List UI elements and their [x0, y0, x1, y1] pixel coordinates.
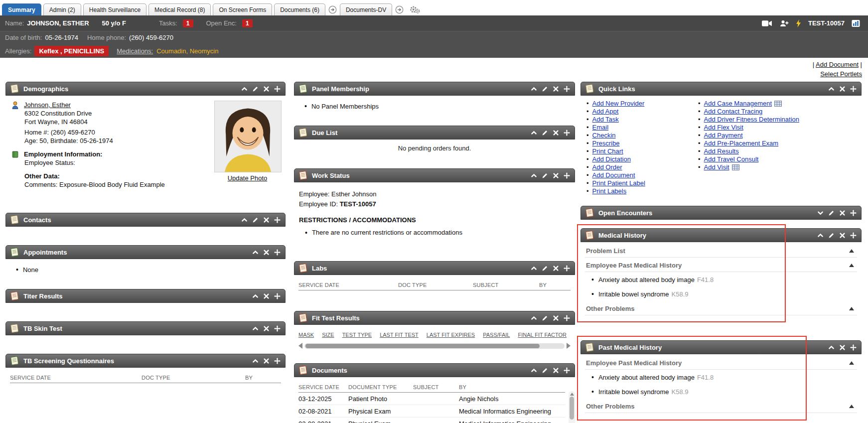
collapse-icon[interactable]: [531, 86, 537, 92]
col-final-fit-factor[interactable]: FINAL FIT FACTOR: [518, 332, 567, 338]
tab-admin[interactable]: Admin (2): [43, 3, 81, 15]
close-icon[interactable]: [553, 130, 559, 136]
add-document-link[interactable]: Add Document: [816, 61, 859, 68]
document-row[interactable]: 03-12-2025 Patient Photo Angie Nichols: [298, 393, 565, 405]
collapse-icon[interactable]: [252, 325, 259, 332]
edit-icon[interactable]: [542, 315, 548, 321]
collapse-icon[interactable]: [531, 367, 537, 374]
close-icon[interactable]: [263, 249, 270, 256]
col-mask[interactable]: MASK: [298, 332, 314, 338]
close-icon[interactable]: [553, 172, 559, 179]
scrollbar-thumb[interactable]: [305, 344, 540, 348]
collapse-triangle-icon[interactable]: [849, 405, 854, 408]
portlet-header[interactable]: Appointments: [5, 245, 286, 259]
quick-link[interactable]: Add Contact Tracing: [704, 108, 763, 116]
tasks-count-badge[interactable]: 1: [183, 19, 193, 27]
col-pass-fail[interactable]: PASS/FAIL: [483, 332, 510, 338]
horizontal-scrollbar[interactable]: [298, 343, 571, 349]
quick-link[interactable]: Add Results: [704, 147, 739, 155]
quick-link[interactable]: Add Appt: [592, 108, 619, 116]
quick-link[interactable]: Add Case Management: [704, 100, 772, 108]
portlet-header[interactable]: Work Status: [294, 168, 575, 182]
quick-link[interactable]: Print Patient Label: [592, 179, 645, 187]
close-icon[interactable]: [553, 315, 559, 321]
expand-icon[interactable]: [817, 210, 824, 216]
col-size[interactable]: SIZE: [322, 332, 334, 338]
tab-on-screen-forms[interactable]: On Screen Forms: [213, 3, 272, 15]
collapse-triangle-icon[interactable]: [849, 361, 854, 365]
collapse-icon[interactable]: [817, 232, 824, 239]
move-icon[interactable]: [274, 325, 281, 332]
quick-link[interactable]: Print Chart: [592, 147, 623, 155]
edit-icon[interactable]: [252, 86, 259, 92]
portlet-header[interactable]: Quick Links: [580, 82, 862, 96]
edit-icon[interactable]: [542, 265, 548, 272]
portlet-header[interactable]: Past Medical History: [580, 340, 862, 354]
update-photo-link[interactable]: Update Photo: [228, 174, 268, 182]
move-icon[interactable]: [850, 210, 857, 216]
quick-link[interactable]: Add Task: [592, 116, 619, 124]
open-enc-count-badge[interactable]: 1: [242, 19, 253, 27]
portlet-header[interactable]: Due List: [294, 126, 575, 140]
collapse-icon[interactable]: [531, 265, 537, 272]
move-icon[interactable]: [274, 293, 281, 299]
tab-documents-dv[interactable]: Documents-DV: [340, 3, 392, 15]
portlet-header[interactable]: Fit Test Results: [294, 311, 575, 325]
quick-link[interactable]: Email: [592, 124, 609, 132]
scroll-up-icon[interactable]: [570, 393, 574, 396]
quick-link[interactable]: Add Payment: [704, 132, 743, 140]
quick-link[interactable]: Add Pre-Placement Exam: [704, 140, 779, 147]
edit-icon[interactable]: [542, 367, 548, 374]
close-icon[interactable]: [839, 232, 846, 239]
scroll-right-icon[interactable]: [567, 343, 571, 349]
section-other-problems[interactable]: Other Problems: [585, 399, 857, 413]
portlet-header[interactable]: Contacts: [5, 213, 286, 227]
edit-icon[interactable]: [542, 86, 548, 92]
move-icon[interactable]: [564, 172, 570, 179]
close-icon[interactable]: [839, 86, 846, 92]
scroll-left-icon[interactable]: [298, 343, 302, 349]
quick-link[interactable]: Add Dictation: [592, 155, 631, 163]
edit-icon[interactable]: [542, 172, 548, 179]
collapse-icon[interactable]: [531, 172, 537, 179]
quick-link[interactable]: Add Document: [592, 171, 635, 179]
collapse-icon[interactable]: [252, 293, 259, 299]
collapse-icon[interactable]: [241, 86, 248, 92]
collapse-icon[interactable]: [531, 130, 537, 136]
portlet-header[interactable]: Titer Results: [5, 289, 286, 303]
edit-icon[interactable]: [828, 210, 835, 216]
quick-link[interactable]: Add New Provider: [592, 100, 645, 108]
move-icon[interactable]: [274, 249, 281, 256]
section-problem-list[interactable]: Problem List: [585, 243, 857, 258]
close-icon[interactable]: [263, 217, 270, 223]
vertical-scrollbar[interactable]: [569, 391, 575, 423]
collapse-icon[interactable]: [531, 315, 537, 321]
section-employee-past-medical-history[interactable]: Employee Past Medical History: [585, 258, 857, 272]
collapse-icon[interactable]: [241, 217, 248, 223]
medications-link[interactable]: Medications:: [117, 47, 153, 55]
scrollbar-track[interactable]: [304, 343, 565, 349]
edit-icon[interactable]: [828, 232, 835, 239]
portlet-header[interactable]: Medical History: [580, 228, 862, 242]
document-row[interactable]: 02-08-2021 Physical Exam Medical Informa…: [298, 418, 565, 423]
collapse-icon[interactable]: [252, 249, 259, 256]
move-icon[interactable]: [850, 344, 857, 351]
collapse-icon[interactable]: [252, 358, 259, 364]
tab-health-surveillance[interactable]: Health Surveillance: [83, 3, 146, 15]
select-portlets-link[interactable]: Select Portlets: [820, 70, 862, 78]
portlet-header[interactable]: Documents: [294, 363, 575, 377]
col-last-fit-test[interactable]: LAST FIT TEST: [380, 332, 419, 338]
close-icon[interactable]: [839, 210, 846, 216]
tab-summary[interactable]: Summary: [2, 3, 41, 15]
close-icon[interactable]: [263, 325, 270, 332]
portlet-header[interactable]: Labs: [294, 261, 575, 275]
portlet-header[interactable]: Demographics: [5, 82, 286, 96]
quick-link[interactable]: Add Flex Visit: [704, 124, 743, 132]
document-row[interactable]: 02-08-2021 Physical Exam Medical Informa…: [298, 405, 565, 418]
portlet-header[interactable]: Open Encounters: [580, 206, 862, 220]
move-icon[interactable]: [564, 367, 570, 374]
close-icon[interactable]: [553, 86, 559, 92]
collapse-triangle-icon[interactable]: [849, 249, 854, 253]
popout-icon[interactable]: [328, 5, 337, 14]
collapse-triangle-icon[interactable]: [849, 307, 854, 310]
